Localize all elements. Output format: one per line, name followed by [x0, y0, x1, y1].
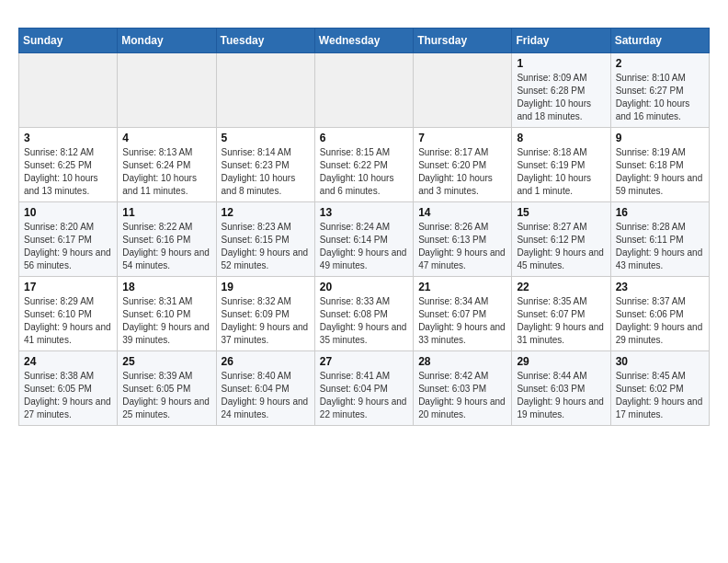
calendar-cell: 18Sunrise: 8:31 AM Sunset: 6:10 PM Dayli… — [118, 277, 216, 351]
day-number: 18 — [122, 281, 210, 293]
calendar-cell — [19, 53, 118, 128]
day-info: Sunrise: 8:31 AM Sunset: 6:10 PM Dayligh… — [122, 295, 210, 347]
day-number: 7 — [418, 132, 506, 144]
day-number: 17 — [24, 281, 112, 293]
day-info: Sunrise: 8:35 AM Sunset: 6:07 PM Dayligh… — [517, 295, 605, 347]
weekday-header-row: SundayMondayTuesdayWednesdayThursdayFrid… — [19, 29, 710, 53]
weekday-header-saturday: Saturday — [610, 29, 709, 53]
calendar-cell: 7Sunrise: 8:17 AM Sunset: 6:20 PM Daylig… — [414, 128, 512, 202]
day-info: Sunrise: 8:10 AM Sunset: 6:27 PM Dayligh… — [616, 72, 704, 123]
day-number: 4 — [122, 132, 210, 144]
weekday-header-monday: Monday — [118, 29, 216, 53]
day-info: Sunrise: 8:17 AM Sunset: 6:20 PM Dayligh… — [418, 146, 506, 198]
day-info: Sunrise: 8:13 AM Sunset: 6:24 PM Dayligh… — [122, 146, 210, 198]
day-number: 26 — [222, 355, 310, 368]
day-number: 29 — [517, 355, 605, 368]
calendar-cell: 16Sunrise: 8:28 AM Sunset: 6:11 PM Dayli… — [610, 202, 709, 277]
weekday-header-tuesday: Tuesday — [216, 29, 314, 53]
calendar-cell: 21Sunrise: 8:34 AM Sunset: 6:07 PM Dayli… — [414, 277, 512, 351]
day-number: 6 — [320, 132, 408, 144]
calendar-cell: 8Sunrise: 8:18 AM Sunset: 6:19 PM Daylig… — [512, 128, 610, 202]
day-number: 8 — [517, 132, 605, 144]
day-number: 2 — [616, 57, 704, 70]
day-info: Sunrise: 8:19 AM Sunset: 6:18 PM Dayligh… — [616, 146, 704, 198]
week-row-1: 1Sunrise: 8:09 AM Sunset: 6:28 PM Daylig… — [19, 53, 710, 128]
day-number: 1 — [517, 57, 605, 70]
day-number: 30 — [616, 355, 704, 368]
day-info: Sunrise: 8:20 AM Sunset: 6:17 PM Dayligh… — [24, 221, 112, 272]
calendar-cell: 24Sunrise: 8:38 AM Sunset: 6:05 PM Dayli… — [19, 351, 118, 426]
calendar-cell: 30Sunrise: 8:45 AM Sunset: 6:02 PM Dayli… — [610, 351, 709, 426]
day-info: Sunrise: 8:40 AM Sunset: 6:04 PM Dayligh… — [222, 370, 310, 421]
day-info: Sunrise: 8:24 AM Sunset: 6:14 PM Dayligh… — [320, 221, 408, 272]
day-number: 24 — [24, 355, 112, 368]
day-info: Sunrise: 8:18 AM Sunset: 6:19 PM Dayligh… — [517, 146, 605, 198]
day-number: 13 — [320, 206, 408, 219]
week-row-2: 3Sunrise: 8:12 AM Sunset: 6:25 PM Daylig… — [19, 128, 710, 202]
day-number: 11 — [122, 206, 210, 219]
day-number: 20 — [320, 281, 408, 293]
calendar-cell: 3Sunrise: 8:12 AM Sunset: 6:25 PM Daylig… — [19, 128, 118, 202]
day-info: Sunrise: 8:45 AM Sunset: 6:02 PM Dayligh… — [616, 370, 704, 421]
day-number: 9 — [616, 132, 704, 144]
day-number: 27 — [320, 355, 408, 368]
calendar-cell: 4Sunrise: 8:13 AM Sunset: 6:24 PM Daylig… — [118, 128, 216, 202]
day-number: 25 — [122, 355, 210, 368]
day-info: Sunrise: 8:38 AM Sunset: 6:05 PM Dayligh… — [24, 370, 112, 421]
day-info: Sunrise: 8:32 AM Sunset: 6:09 PM Dayligh… — [222, 295, 310, 347]
weekday-header-wednesday: Wednesday — [314, 29, 413, 53]
calendar-cell: 22Sunrise: 8:35 AM Sunset: 6:07 PM Dayli… — [512, 277, 610, 351]
calendar-cell: 12Sunrise: 8:23 AM Sunset: 6:15 PM Dayli… — [216, 202, 314, 277]
day-number: 23 — [616, 281, 704, 293]
day-number: 19 — [222, 281, 310, 293]
calendar-cell — [118, 53, 216, 128]
day-info: Sunrise: 8:42 AM Sunset: 6:03 PM Dayligh… — [418, 370, 506, 421]
day-info: Sunrise: 8:33 AM Sunset: 6:08 PM Dayligh… — [320, 295, 408, 347]
day-info: Sunrise: 8:41 AM Sunset: 6:04 PM Dayligh… — [320, 370, 408, 421]
weekday-header-sunday: Sunday — [19, 29, 118, 53]
calendar-cell: 14Sunrise: 8:26 AM Sunset: 6:13 PM Dayli… — [414, 202, 512, 277]
day-info: Sunrise: 8:14 AM Sunset: 6:23 PM Dayligh… — [222, 146, 310, 198]
weekday-header-friday: Friday — [512, 29, 610, 53]
week-row-3: 10Sunrise: 8:20 AM Sunset: 6:17 PM Dayli… — [19, 202, 710, 277]
calendar-cell: 27Sunrise: 8:41 AM Sunset: 6:04 PM Dayli… — [314, 351, 413, 426]
calendar-cell — [216, 53, 314, 128]
day-number: 15 — [517, 206, 605, 219]
calendar-cell: 26Sunrise: 8:40 AM Sunset: 6:04 PM Dayli… — [216, 351, 314, 426]
calendar-cell: 17Sunrise: 8:29 AM Sunset: 6:10 PM Dayli… — [19, 277, 118, 351]
day-number: 16 — [616, 206, 704, 219]
calendar-cell: 19Sunrise: 8:32 AM Sunset: 6:09 PM Dayli… — [216, 277, 314, 351]
calendar-cell: 28Sunrise: 8:42 AM Sunset: 6:03 PM Dayli… — [414, 351, 512, 426]
day-info: Sunrise: 8:44 AM Sunset: 6:03 PM Dayligh… — [517, 370, 605, 421]
calendar-cell — [414, 53, 512, 128]
calendar-cell: 6Sunrise: 8:15 AM Sunset: 6:22 PM Daylig… — [314, 128, 413, 202]
day-info: Sunrise: 8:09 AM Sunset: 6:28 PM Dayligh… — [517, 72, 605, 123]
calendar-cell: 25Sunrise: 8:39 AM Sunset: 6:05 PM Dayli… — [118, 351, 216, 426]
calendar-cell: 23Sunrise: 8:37 AM Sunset: 6:06 PM Dayli… — [610, 277, 709, 351]
day-info: Sunrise: 8:22 AM Sunset: 6:16 PM Dayligh… — [122, 221, 210, 272]
calendar-cell: 5Sunrise: 8:14 AM Sunset: 6:23 PM Daylig… — [216, 128, 314, 202]
calendar-cell: 15Sunrise: 8:27 AM Sunset: 6:12 PM Dayli… — [512, 202, 610, 277]
day-info: Sunrise: 8:26 AM Sunset: 6:13 PM Dayligh… — [418, 221, 506, 272]
day-info: Sunrise: 8:37 AM Sunset: 6:06 PM Dayligh… — [616, 295, 704, 347]
weekday-header-thursday: Thursday — [414, 29, 512, 53]
day-number: 21 — [418, 281, 506, 293]
day-number: 10 — [24, 206, 112, 219]
day-info: Sunrise: 8:23 AM Sunset: 6:15 PM Dayligh… — [222, 221, 310, 272]
day-info: Sunrise: 8:27 AM Sunset: 6:12 PM Dayligh… — [517, 221, 605, 272]
day-info: Sunrise: 8:12 AM Sunset: 6:25 PM Dayligh… — [24, 146, 112, 198]
calendar-cell — [314, 53, 413, 128]
day-number: 14 — [418, 206, 506, 219]
day-number: 28 — [418, 355, 506, 368]
day-info: Sunrise: 8:29 AM Sunset: 6:10 PM Dayligh… — [24, 295, 112, 347]
calendar-cell: 2Sunrise: 8:10 AM Sunset: 6:27 PM Daylig… — [610, 53, 709, 128]
day-number: 12 — [222, 206, 310, 219]
day-info: Sunrise: 8:34 AM Sunset: 6:07 PM Dayligh… — [418, 295, 506, 347]
day-number: 5 — [222, 132, 310, 144]
week-row-5: 24Sunrise: 8:38 AM Sunset: 6:05 PM Dayli… — [19, 351, 710, 426]
calendar-cell: 20Sunrise: 8:33 AM Sunset: 6:08 PM Dayli… — [314, 277, 413, 351]
day-info: Sunrise: 8:28 AM Sunset: 6:11 PM Dayligh… — [616, 221, 704, 272]
week-row-4: 17Sunrise: 8:29 AM Sunset: 6:10 PM Dayli… — [19, 277, 710, 351]
calendar-cell: 11Sunrise: 8:22 AM Sunset: 6:16 PM Dayli… — [118, 202, 216, 277]
day-info: Sunrise: 8:15 AM Sunset: 6:22 PM Dayligh… — [320, 146, 408, 198]
